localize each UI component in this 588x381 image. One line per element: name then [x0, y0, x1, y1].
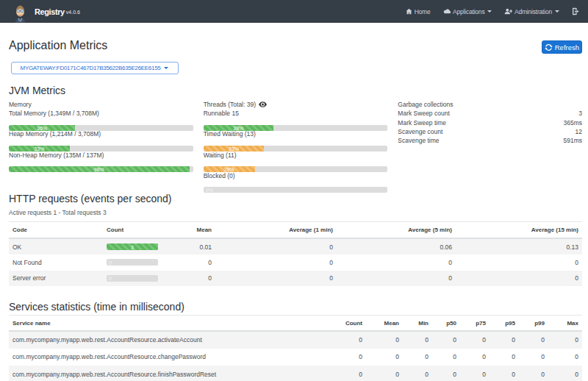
col-header-p50: p50 — [432, 316, 460, 331]
threads-column: Threads (Total: 39) Runnable 15 38% Time… — [204, 100, 388, 192]
jvm-metrics-heading: JVM Metrics — [9, 85, 582, 96]
gc-stat-row: Mark Sweep count 3 — [398, 109, 582, 118]
nav-item-applications[interactable]: Applications — [443, 8, 492, 15]
service-p95-cell: 0 — [490, 366, 519, 381]
nav-item-label: Administration — [514, 8, 552, 15]
metric-label: Heap Memory (1,214M / 3,708M) — [9, 129, 193, 138]
service-name-cell: com.mycompany.myapp.web.rest.AccountReso… — [9, 366, 327, 381]
service-p99-cell: 0 — [519, 366, 548, 381]
http-count-cell: 0 — [103, 254, 176, 271]
http-count-cell: 0 — [103, 271, 176, 287]
metric-block: Blocked (0) 0% — [204, 171, 388, 193]
chevron-down-icon — [555, 10, 559, 13]
service-count-cell: 0 — [327, 349, 366, 366]
nav-item-administration[interactable]: Administration — [504, 8, 559, 15]
http-table-header-row: Code Count Mean Average (1 min) Average … — [9, 221, 582, 238]
progress-bar: 98% — [9, 166, 193, 172]
threads-title: Threads (Total: 39) — [204, 100, 388, 110]
metric-label: Waiting (11) — [204, 151, 388, 160]
http-avg15-cell: 0.13 — [456, 238, 582, 254]
col-header-p95: p95 — [490, 316, 519, 331]
refresh-button[interactable]: Refresh — [542, 40, 582, 54]
service-name-cell: com.mycompany.myapp.web.rest.AccountReso… — [9, 331, 327, 349]
http-requests-table: Code Count Mean Average (1 min) Average … — [9, 221, 582, 287]
http-avg5-cell: 0.06 — [337, 238, 456, 254]
page-title: Application Metrics — [9, 40, 107, 51]
metric-label: Blocked (0) — [204, 171, 388, 180]
service-mean-cell: 0 — [366, 366, 403, 381]
service-mean-cell: 0 — [366, 349, 403, 366]
progress-bar-label: 33% — [9, 146, 70, 151]
col-header-avg15: Average (15 min) — [456, 221, 582, 238]
count-progress-bar-label: 3 — [107, 244, 158, 249]
gc-stat-label: Scavenge time — [398, 136, 439, 145]
progress-bar: 36% — [9, 125, 193, 131]
service-table-row: com.mycompany.myapp.web.rest.AccountReso… — [9, 349, 582, 366]
brand[interactable]: Registry v4.0.6 — [15, 0, 80, 23]
home-icon — [406, 8, 412, 15]
metric-label: Runnable 15 — [204, 109, 388, 118]
metric-block: Total Memory (1,349M / 3,708M) 36% — [9, 109, 193, 130]
memory-title: Memory — [9, 100, 193, 110]
chevron-down-icon — [164, 67, 168, 69]
service-p75-cell: 0 — [460, 366, 490, 381]
col-header-p99: p99 — [519, 316, 548, 331]
service-name-cell: com.mycompany.myapp.web.rest.AccountReso… — [9, 349, 327, 366]
progress-bar: 33% — [204, 146, 388, 152]
gc-stat-label: Scavenge count — [398, 127, 442, 136]
nav-item-label: Home — [415, 8, 431, 15]
navbar: Registry v4.0.6 Home Applications Admini… — [0, 0, 588, 23]
http-requests-heading: HTTP requests (events per second) — [9, 193, 582, 204]
http-avg15-cell: 0 — [456, 271, 582, 287]
metric-label: Total Memory (1,349M / 3,708M) — [9, 109, 193, 118]
eye-icon[interactable] — [259, 102, 267, 107]
col-header-max: Max — [548, 316, 582, 331]
http-avg1-cell: 0 — [215, 254, 337, 271]
col-header-count: Count — [327, 316, 366, 331]
count-progress-bar: 0 — [107, 275, 158, 282]
nav-item-signout[interactable] — [572, 7, 579, 15]
service-max-cell: 0 — [548, 331, 582, 349]
service-p50-cell: 0 — [432, 349, 460, 366]
metric-label: Non-Heap Memory (135M / 137M) — [9, 151, 193, 160]
services-table-header-row: Service name Count Mean Min p50 p75 p95 … — [9, 316, 582, 331]
count-progress-bar-label: 0 — [109, 260, 112, 265]
service-p75-cell: 0 — [460, 331, 490, 349]
gc-stat-row: Scavenge time 591ms — [398, 136, 582, 145]
count-progress-bar: 3 — [107, 243, 158, 250]
nav-item-home[interactable]: Home — [406, 8, 430, 15]
gc-stat-value: 12 — [576, 127, 582, 136]
service-p50-cell: 0 — [432, 366, 460, 381]
count-progress-bar-label: 0 — [109, 276, 112, 281]
service-p75-cell: 0 — [460, 349, 490, 366]
col-header-service-name: Service name — [9, 316, 327, 331]
service-max-cell: 0 — [548, 349, 582, 366]
http-table-row: OK 3 0.01 0 0.06 0.13 — [9, 238, 582, 254]
service-mean-cell: 0 — [366, 331, 403, 349]
progress-bar: 38% — [204, 125, 388, 131]
http-code-cell: Not Found — [9, 254, 103, 271]
service-p99-cell: 0 — [519, 331, 548, 349]
nav-items: Home Applications Administration — [406, 7, 579, 15]
http-table-row: Server error 0 0 0 0 0 — [9, 271, 582, 287]
service-min-cell: 0 — [403, 349, 432, 366]
brand-version: v4.0.6 — [66, 10, 80, 15]
brand-name: Registry — [35, 7, 65, 16]
service-min-cell: 0 — [403, 331, 432, 349]
col-header-count: Count — [103, 221, 176, 238]
http-table-row: Not Found 0 0 0 0 0 — [9, 254, 582, 271]
http-mean-cell: 0 — [176, 271, 215, 287]
progress-bar-label: 98% — [9, 166, 190, 171]
jhipster-avatar-icon — [15, 4, 26, 24]
http-avg5-cell: 0 — [337, 254, 456, 271]
services-statistics-heading: Services statistics (time in millisecond… — [9, 302, 582, 313]
gc-stat-value: 591ms — [564, 136, 583, 145]
refresh-icon — [545, 43, 553, 51]
col-header-p75: p75 — [460, 316, 490, 331]
http-requests-subtitle: Active requests 1 - Total requests 3 — [9, 209, 582, 216]
sign-out-icon — [572, 7, 579, 15]
metric-label: Timed Waiting (13) — [204, 129, 388, 138]
progress-bar: 33% — [9, 146, 193, 152]
instance-selector-dropdown[interactable]: MYGATEWAY:FD0171C467D17B35622B635E26EE61… — [11, 62, 179, 74]
instance-selector-label: MYGATEWAY:FD0171C467D17B35622B635E26EE61… — [21, 65, 161, 71]
